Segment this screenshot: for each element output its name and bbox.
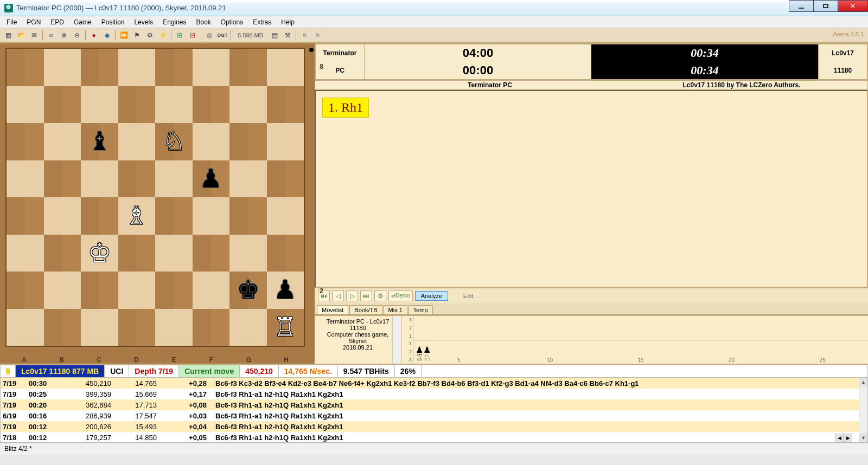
tb-board-icon[interactable]: ▦ [2,30,14,41]
square-h5[interactable] [267,160,304,198]
menu-file[interactable]: File [2,17,21,27]
square-a3[interactable] [7,235,44,272]
square-c6[interactable]: ♝ [81,123,118,160]
square-a5[interactable] [7,160,44,198]
square-b4[interactable] [44,197,81,235]
square-d5[interactable] [118,160,156,198]
notation-panel[interactable]: 1. Rh1 [315,90,868,288]
nav-prev-icon[interactable]: ◁ [332,290,344,301]
square-c4[interactable] [81,197,118,235]
square-a6[interactable] [7,123,44,160]
menu-help[interactable]: Help [277,17,299,27]
square-e6[interactable]: ♘ [155,123,193,160]
square-h2[interactable]: ♟ [267,272,304,309]
square-g3[interactable] [229,235,267,272]
nav-gear-icon[interactable]: ⚙ [374,290,386,301]
square-a4[interactable] [7,197,44,235]
nav-last-icon[interactable]: ⏭ [360,290,372,301]
piece-h1[interactable]: ♖ [273,314,297,340]
square-e3[interactable] [155,235,193,272]
tb-settings-icon[interactable]: ⚒ [282,30,293,41]
square-c7[interactable] [81,86,118,124]
square-e1[interactable] [155,309,193,346]
tb-target-icon[interactable]: ◎ [203,30,215,41]
nav-demo-icon[interactable]: ⇄Demo [388,290,413,301]
tb-mail-icon[interactable]: ✉ [28,30,40,41]
square-d2[interactable] [118,272,156,309]
piece-f5[interactable]: ♟ [199,166,222,192]
menu-book[interactable]: Book [192,17,215,27]
chess-board[interactable]: ♝♘♟♗♔♚♟♖ [5,48,305,347]
square-f4[interactable] [193,197,230,235]
tb-pgn-icon[interactable]: ⎘ [298,30,310,41]
square-b3[interactable] [44,235,81,272]
square-h3[interactable] [267,235,304,272]
piece-e6[interactable]: ♘ [162,128,186,154]
tb-lightning-icon[interactable]: ⚡ [157,30,169,41]
pv-row[interactable]: 7/1900:20362,68417,713+0,08Bc6-f3 Rh1-a1… [1,399,867,410]
square-g6[interactable] [229,123,267,160]
menu-position[interactable]: Position [97,17,129,27]
pv-row[interactable]: 7/1900:25399,35915,669+0,17Bc6-f3 Rh1-a1… [1,389,867,399]
square-a1[interactable] [7,309,44,346]
tb-pgn2-icon[interactable]: ⎘ [311,30,323,41]
square-f5[interactable]: ♟ [193,160,230,198]
piece-h2[interactable]: ♟ [273,277,297,303]
menu-game[interactable]: Game [69,17,96,27]
highlighted-move[interactable]: 1. Rh1 [322,98,369,118]
pv-row[interactable]: 7/1900:30450,21014,765+0,28Bc6-f3 Kc3-d2… [1,378,867,389]
square-e8[interactable] [155,49,193,86]
tb-epd-plus-icon[interactable]: ⊞ [174,30,186,41]
square-a7[interactable] [7,86,44,124]
square-b1[interactable] [44,309,81,346]
pv-table[interactable]: 7/1900:30450,21014,765+0,28Bc6-f3 Kc3-d2… [0,378,868,443]
tb-infinity-icon[interactable]: ∞ [45,30,57,41]
pv-row[interactable]: 6/1900:16286,93917,547+0,03Bc6-f3 Rh1-a1… [1,410,867,421]
scroll-up-icon[interactable]: ▲ [859,378,867,386]
menu-levels[interactable]: Levels [130,17,157,27]
square-a8[interactable] [7,49,44,86]
square-g5[interactable] [229,160,267,198]
square-d1[interactable] [118,309,156,346]
menu-engines[interactable]: Engines [158,17,190,27]
square-d6[interactable] [118,123,156,160]
square-d4[interactable]: ♗ [118,197,156,235]
square-g2[interactable]: ♚ [229,272,267,309]
square-e2[interactable] [155,272,193,309]
square-c2[interactable] [81,272,118,309]
tb-gear-icon[interactable]: ⚙ [144,30,156,41]
square-d8[interactable] [118,49,156,86]
square-e7[interactable] [155,86,193,124]
square-c5[interactable] [81,160,118,198]
square-f8[interactable] [193,49,230,86]
square-f2[interactable] [193,272,230,309]
tb-blue-diamond-icon[interactable]: ◆ [101,30,113,41]
pv-scrollbar[interactable]: ▲ ▼ [859,378,867,442]
scroll-left-icon[interactable]: ◀ [835,434,844,442]
piece-g2[interactable]: ♚ [237,277,260,303]
square-h6[interactable] [267,123,304,160]
pv-row[interactable]: 7/1900:12200,62615,493+0,04Bc6-f3 Rh1-a1… [1,421,867,432]
square-b5[interactable] [44,160,81,198]
square-f3[interactable] [193,235,230,272]
square-h8[interactable] [267,49,304,86]
edit-link[interactable]: Edit [463,293,474,299]
square-d3[interactable] [118,235,156,272]
square-b7[interactable] [44,86,81,124]
tb-open-icon[interactable]: 📂 [15,30,27,41]
square-f6[interactable] [193,123,230,160]
maximize-button[interactable] [813,0,838,12]
pv-hscroll[interactable]: ◀ ▶ [835,434,867,442]
piece-c6[interactable]: ♝ [88,128,111,154]
square-g1[interactable] [229,309,267,346]
tb-ram-icon[interactable]: ▤ [269,30,280,41]
piece-c3[interactable]: ♔ [88,240,111,266]
tb-level-minus-icon[interactable]: ⊖ [71,30,83,41]
minimize-button[interactable] [789,0,814,12]
eval-graph[interactable]: 510152025 ♟♟ ♖♘ [413,316,868,364]
tb-level-plus-icon[interactable]: ⊕ [58,30,70,41]
tab-mix1[interactable]: Mix 1 [384,305,407,314]
square-c8[interactable] [81,49,118,86]
close-button[interactable]: ✕ [838,0,868,12]
square-d7[interactable] [118,86,156,124]
